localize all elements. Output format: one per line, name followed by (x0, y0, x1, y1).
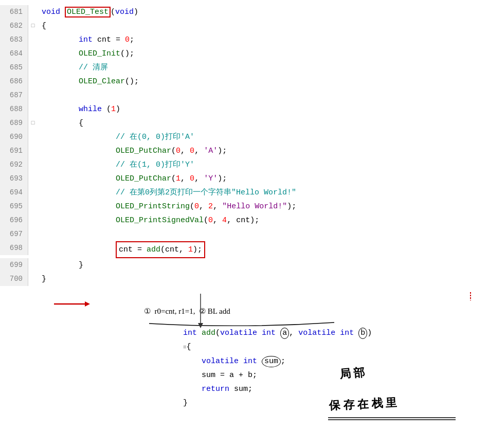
line-num-690: 690 (0, 130, 28, 144)
fold-688 (28, 102, 38, 116)
code-line-687: 687 (0, 88, 488, 102)
code-content-693: OLED_PutChar(1, 0, 'Y'); (38, 172, 227, 186)
line-num-688: 688 (0, 102, 28, 116)
line-num-700: 700 (0, 272, 28, 286)
fold-681 (28, 5, 38, 19)
fold-685 (28, 61, 38, 75)
line-num-687: 687 (0, 88, 28, 102)
line-num-682: 682 (0, 19, 28, 33)
code-line-682: 682 □ { (0, 19, 488, 33)
code-content-691: OLED_PutChar(0, 0, 'A'); (38, 144, 227, 158)
code-content-688: while (1) (38, 102, 120, 116)
fold-692 (28, 158, 38, 172)
code-line-691: 691 OLED_PutChar(0, 0, 'A'); (0, 144, 488, 158)
fold-696 (28, 213, 38, 227)
line-num-684: 684 (0, 47, 28, 61)
svg-marker-4 (198, 323, 203, 328)
fold-698 (28, 241, 38, 255)
fold-684 (28, 47, 38, 61)
code-line-694: 694 // 在第0列第2页打印一个字符串"Hello World!" (0, 186, 488, 200)
code-content-700: } (38, 272, 46, 286)
code-content-698: cnt = add(cnt, 1); (38, 241, 205, 258)
line-num-695: 695 (0, 200, 28, 213)
svg-marker-2 (85, 301, 90, 307)
fold-700 (28, 272, 38, 286)
red-arrow (51, 296, 93, 312)
code-content-684: OLED_Init(); (38, 47, 134, 61)
fold-686 (28, 75, 38, 88)
add-func-line5: return sum; (179, 382, 372, 396)
code-content-696: OLED_PrintSignedVal(0, 4, cnt); (38, 213, 259, 227)
code-content-699: } (38, 258, 83, 272)
fold-683 (28, 33, 38, 47)
code-line-688: 688 while (1) (0, 102, 488, 116)
code-line-681: 681 void OLED_Test(void) (0, 5, 488, 19)
line-num-686: 686 (0, 75, 28, 88)
add-func-line2: ≡{ (179, 340, 372, 354)
annotation-area: ① r0=cnt, r1=1, ② BL add int add(volatil… (0, 291, 488, 448)
line-num-694: 694 (0, 186, 28, 200)
line-num-683: 683 (0, 33, 28, 47)
fold-689: □ (28, 116, 38, 130)
down-arrow (185, 291, 216, 332)
code-line-684: 684 OLED_Init(); (0, 47, 488, 61)
add-func-content2: ≡{ (179, 340, 191, 354)
stack-underline (328, 415, 457, 421)
annotation-local: 局 部 (339, 365, 366, 382)
code-content-695: OLED_PrintString(0, 2, "Hello World!"); (38, 200, 296, 213)
line-num-692: 692 (0, 158, 28, 172)
line-num-699: 699 (0, 258, 28, 272)
line-num-693: 693 (0, 172, 28, 186)
line-num-697: 697 (0, 227, 28, 241)
code-line-695: 695 OLED_PrintString(0, 2, "Hello World!… (0, 200, 488, 213)
code-content-690: // 在(0, 0)打印'A' (38, 130, 194, 144)
fold-694 (28, 186, 38, 200)
code-line-692: 692 // 在(1, 0)打印'Y' (0, 158, 488, 172)
line-num-698: 698 (0, 241, 28, 255)
fold-691 (28, 144, 38, 158)
code-line-700: 700 } (0, 272, 488, 286)
code-content-685: // 清屏 (38, 61, 108, 75)
add-func-content4: sum = a + b; (179, 368, 257, 382)
code-line-693: 693 OLED_PutChar(1, 0, 'Y'); (0, 172, 488, 186)
code-content-686: OLED_Clear(); (38, 75, 139, 88)
code-line-685: 685 // 清屏 (0, 61, 488, 75)
fold-697 (28, 227, 38, 241)
line-num-689: 689 (0, 116, 28, 130)
code-line-690: 690 // 在(0, 0)打印'A' (0, 130, 488, 144)
fold-695 (28, 200, 38, 213)
code-content-689: { (38, 116, 83, 130)
code-line-697: 697 (0, 227, 488, 241)
fold-693 (28, 172, 38, 186)
code-line-698: 698 cnt = add(cnt, 1); (0, 241, 488, 258)
code-line-696: 696 OLED_PrintSignedVal(0, 4, cnt); (0, 213, 488, 227)
code-content-683: int cnt = 0; (38, 33, 134, 47)
code-line-699: 699 } (0, 258, 488, 272)
code-line-686: 686 OLED_Clear(); (0, 75, 488, 88)
add-func-content6: } (179, 396, 188, 410)
add-func-content5: return sum; (179, 382, 252, 396)
code-content-694: // 在第0列第2页打印一个字符串"Hello World!" (38, 186, 296, 200)
fold-682: □ (28, 19, 38, 33)
code-content-692: // 在(1, 0)打印'Y' (38, 158, 194, 172)
line-num-696: 696 (0, 213, 28, 227)
code-content-682: { (38, 19, 46, 33)
line-num-685: 685 (0, 61, 28, 75)
add-func-content3: volatile int sum; (179, 354, 285, 368)
fold-690 (28, 130, 38, 144)
annotation-stack: 保 存 在 栈 里 (329, 395, 397, 414)
code-area: 681 void OLED_Test(void) 682 □ { 683 int… (0, 0, 488, 291)
code-content-681: void OLED_Test(void) (38, 5, 138, 19)
fold-699 (28, 258, 38, 272)
fold-687 (28, 88, 38, 102)
code-line-689: 689 □ { (0, 116, 488, 130)
dash-mark (468, 291, 473, 301)
line-num-691: 691 (0, 144, 28, 158)
line-num-681: 681 (0, 5, 28, 19)
code-line-683: 683 int cnt = 0; (0, 33, 488, 47)
